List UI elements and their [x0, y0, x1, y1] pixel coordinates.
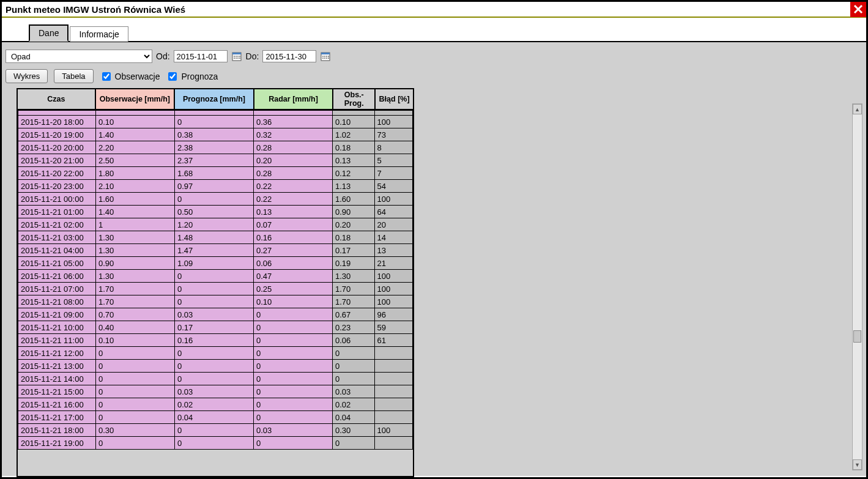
col-header-czas[interactable]: Czas: [17, 89, 95, 110]
table-cell: 2015-11-21 05:00: [18, 257, 96, 270]
svg-rect-19: [322, 58, 324, 59]
tabela-button[interactable]: Tabela: [54, 69, 93, 83]
scroll-down-arrow-icon[interactable]: ▼: [853, 459, 862, 470]
close-button[interactable]: [850, 1, 866, 17]
col-header-obserwacje[interactable]: Obserwacje [mm/h]: [95, 89, 175, 110]
table-row: 2015-11-20 23:002.100.970.221.1354: [18, 180, 413, 193]
table-cell: 0.13: [332, 154, 374, 167]
table-cell: 0: [174, 360, 253, 373]
table-cell: 1.40: [95, 206, 174, 218]
window-title: Punkt meteo IMGW Ustroń Równica Wieś: [6, 4, 185, 15]
view-controls-row: Wykres Tabela Obserwacje Prognoza: [6, 69, 862, 83]
table-cell: 0.22: [253, 193, 332, 206]
wykres-button[interactable]: Wykres: [6, 69, 48, 83]
table-cell: 0.23: [332, 321, 374, 334]
table-cell: 2015-11-21 17:00: [18, 411, 96, 424]
col-header-prognoza[interactable]: Prognoza [mm/h]: [174, 89, 254, 110]
table-cell: 0.97: [174, 180, 253, 193]
prognoza-checkbox-label[interactable]: Prognoza: [166, 70, 218, 83]
table-cell: 1.70: [95, 295, 174, 308]
scroll-thumb[interactable]: [853, 330, 861, 343]
obserwacje-checkbox[interactable]: [102, 72, 111, 81]
calendar-from-button[interactable]: [231, 51, 242, 62]
table-cell: 0: [253, 373, 332, 385]
table-cell: 0: [95, 437, 174, 450]
table-row: 2015-11-21 14:000000: [18, 373, 413, 385]
table-cell: 0.19: [332, 257, 374, 270]
table-cell: 0.20: [332, 218, 374, 231]
table-cell: 0.50: [174, 206, 253, 218]
table-cell: 1: [95, 218, 174, 231]
table-cell: 1.30: [332, 270, 374, 283]
svg-rect-11: [237, 58, 239, 59]
table-cell: 0.27: [253, 244, 332, 257]
vertical-scrollbar[interactable]: ▲ ▼: [852, 103, 862, 470]
table-row: 2015-11-21 11:000.100.1600.0661: [18, 334, 413, 347]
table-cell: 0.32: [253, 128, 332, 141]
table-cell: 100: [374, 424, 412, 437]
table-row: 2015-11-21 04:001.301.470.270.1713: [18, 244, 413, 257]
col-header-diff[interactable]: Obs.-Prog.: [333, 89, 375, 110]
table-cell: 0.70: [95, 308, 174, 321]
table-cell: 0.36: [253, 116, 332, 128]
date-to-input[interactable]: [262, 50, 316, 62]
table-cell: 1.20: [174, 218, 253, 231]
table-cell: 0: [253, 360, 332, 373]
table-cell: 0.12: [332, 167, 374, 180]
svg-rect-18: [328, 56, 329, 57]
table-cell: 0: [332, 437, 374, 450]
svg-rect-15: [322, 56, 324, 57]
date-from-input[interactable]: [174, 50, 228, 62]
table-body-viewport: 2015-11-20 17:000.300.090.480.391302015-…: [17, 110, 414, 477]
titlebar: Punkt meteo IMGW Ustroń Równica Wieś: [2, 2, 866, 18]
table-cell: 0.04: [174, 411, 253, 424]
obserwacje-checkbox-label[interactable]: Obserwacje: [100, 70, 160, 83]
table-cell: 0.17: [174, 321, 253, 334]
data-table: Czas Obserwacje [mm/h] Prognoza [mm/h] R…: [17, 88, 414, 477]
table-cell: 7: [374, 167, 412, 180]
table-cell: 0.25: [253, 283, 332, 295]
table-cell: 2015-11-20 19:00: [18, 128, 96, 141]
svg-rect-20: [324, 58, 325, 59]
measurement-select[interactable]: Opad: [6, 50, 152, 63]
table-cell: 0: [95, 373, 174, 385]
od-label: Od:: [156, 51, 170, 61]
scroll-up-arrow-icon[interactable]: ▲: [853, 104, 862, 114]
table-cell: 2015-11-20 18:00: [18, 116, 96, 128]
close-icon: [853, 4, 864, 15]
table-cell: 2.37: [174, 154, 253, 167]
table-row: 2015-11-21 03:001.301.480.160.1814: [18, 231, 413, 244]
table-cell: 0.06: [332, 334, 374, 347]
table-cell: 2015-11-20 23:00: [18, 180, 96, 193]
table-row: 2015-11-21 15:0000.0300.03: [18, 385, 413, 398]
calendar-to-button[interactable]: [320, 51, 331, 62]
table-cell: 2.10: [95, 180, 174, 193]
table-cell: 0.16: [174, 334, 253, 347]
table-cell: 0.04: [332, 411, 374, 424]
filter-row: Opad Od: Do:: [6, 50, 862, 63]
table-cell: 61: [374, 334, 412, 347]
table-cell: 0.90: [332, 206, 374, 218]
tab-informacje[interactable]: Informacje: [70, 26, 128, 42]
tab-bar: Dane Informacje: [2, 18, 866, 42]
table-cell: 0.38: [174, 128, 253, 141]
table-cell: 0: [174, 424, 253, 437]
tab-dane[interactable]: Dane: [29, 24, 69, 42]
col-header-error[interactable]: Błąd [%]: [375, 89, 414, 110]
prognoza-checkbox[interactable]: [168, 72, 177, 81]
table-cell: 0.03: [174, 308, 253, 321]
table-cell: 14: [374, 231, 412, 244]
table-row: 2015-11-21 19:000000: [18, 437, 413, 450]
table-cell: 0.10: [253, 295, 332, 308]
table-cell: 2015-11-21 13:00: [18, 360, 96, 373]
table-cell: 0: [253, 437, 332, 450]
table-cell: 2015-11-21 11:00: [18, 334, 96, 347]
table-cell: 0: [253, 321, 332, 334]
table-cell: 0: [174, 437, 253, 450]
table-cell: 2015-11-21 19:00: [18, 437, 96, 450]
table-cell: 0.03: [332, 385, 374, 398]
col-header-radar[interactable]: Radar [mm/h]: [254, 89, 333, 110]
table-cell: 0: [253, 411, 332, 424]
table-row: 2015-11-21 13:000000: [18, 360, 413, 373]
table-cell: 2015-11-21 12:00: [18, 347, 96, 360]
